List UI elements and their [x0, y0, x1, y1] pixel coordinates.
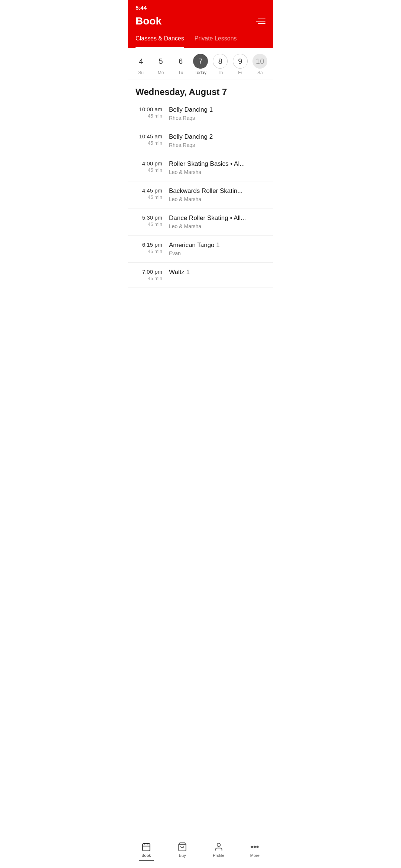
tab-private-lessons[interactable]: Private Lessons	[195, 32, 237, 48]
class-info-3: Backwards Roller Skatin... Leo & Marsha	[169, 187, 265, 202]
status-time: 5:44	[136, 4, 147, 11]
calendar-day-6[interactable]: 6 Tu	[172, 54, 189, 75]
calendar-day-4[interactable]: 4 Su	[133, 54, 150, 75]
filter-button[interactable]	[256, 19, 265, 24]
tab-classes-dances[interactable]: Classes & Dances	[136, 32, 184, 48]
class-list: 10:00 am 45 min Belly Dancing 1 Rhea Raq…	[128, 100, 273, 287]
class-time-4: 5:30 pm 45 min	[136, 214, 169, 227]
class-item-5[interactable]: 6:15 pm 45 min American Tango 1 Evan	[128, 236, 273, 263]
class-time-6: 7:00 pm 45 min	[136, 269, 169, 281]
header: Book	[128, 13, 273, 32]
filter-line-3	[258, 23, 265, 24]
class-info-4: Dance Roller Skating • All... Leo & Mars…	[169, 214, 265, 229]
class-time-3: 4:45 pm 45 min	[136, 187, 169, 200]
calendar-strip: 4 Su 5 Mo 6 Tu 7 Today 8 Th 9 Fr 10 Sa	[128, 48, 273, 79]
calendar-day-5[interactable]: 5 Mo	[152, 54, 169, 75]
calendar-day-9[interactable]: 9 Fr	[232, 54, 249, 75]
page-title: Book	[136, 15, 162, 27]
class-info-5: American Tango 1 Evan	[169, 241, 265, 256]
class-time-2: 4:00 pm 45 min	[136, 160, 169, 173]
class-info-1: Belly Dancing 2 Rhea Raqs	[169, 133, 265, 148]
filter-line-1	[258, 19, 265, 19]
class-item-3[interactable]: 4:45 pm 45 min Backwards Roller Skatin..…	[128, 181, 273, 208]
class-item-0[interactable]: 10:00 am 45 min Belly Dancing 1 Rhea Raq…	[128, 100, 273, 127]
class-time-5: 6:15 pm 45 min	[136, 241, 169, 254]
tab-bar: Classes & Dances Private Lessons	[128, 32, 273, 48]
class-time-0: 10:00 am 45 min	[136, 106, 169, 119]
date-heading: Wednesday, August 7	[128, 79, 273, 100]
filter-line-2	[256, 21, 265, 22]
class-info-6: Waltz 1	[169, 269, 265, 277]
class-item-2[interactable]: 4:00 pm 45 min Roller Skating Basics • A…	[128, 154, 273, 181]
calendar-day-7[interactable]: 7 Today	[192, 54, 209, 75]
class-time-1: 10:45 am 45 min	[136, 133, 169, 146]
class-info-2: Roller Skating Basics • Al... Leo & Mars…	[169, 160, 265, 175]
class-info-0: Belly Dancing 1 Rhea Raqs	[169, 106, 265, 121]
calendar-day-8[interactable]: 8 Th	[212, 54, 229, 75]
class-item-4[interactable]: 5:30 pm 45 min Dance Roller Skating • Al…	[128, 208, 273, 236]
class-item-1[interactable]: 10:45 am 45 min Belly Dancing 2 Rhea Raq…	[128, 127, 273, 154]
class-item-6[interactable]: 7:00 pm 45 min Waltz 1	[128, 263, 273, 287]
status-bar: 5:44	[128, 0, 273, 13]
calendar-day-10[interactable]: 10 Sa	[251, 54, 268, 75]
